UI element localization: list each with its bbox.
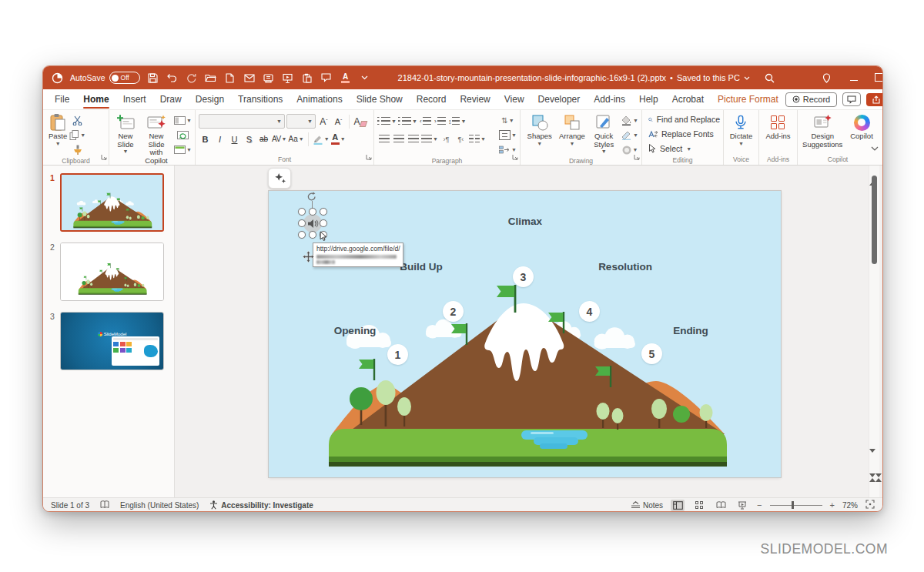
minimize-button[interactable] — [850, 73, 858, 82]
design-suggestions-button[interactable]: Design Suggestions — [800, 112, 845, 155]
autosave-switch[interactable]: Off — [109, 72, 140, 84]
tab-add-ins[interactable]: Add-ins — [587, 91, 632, 108]
selection-handle-s[interactable] — [309, 231, 316, 239]
presence-pin-icon[interactable] — [821, 72, 833, 84]
qat-more-icon[interactable] — [359, 72, 371, 84]
collapse-ribbon-icon[interactable] — [871, 140, 879, 154]
saved-status[interactable]: Saved to this PC — [677, 73, 740, 82]
slide-counter[interactable]: Slide 1 of 3 — [51, 501, 89, 510]
font-color-button[interactable]: A▼ — [331, 132, 346, 146]
slide-sorter-button[interactable] — [692, 500, 706, 511]
format-painter-button[interactable] — [69, 143, 85, 156]
fit-slide-button[interactable] — [865, 500, 875, 510]
font-name-select[interactable]: ▼ — [199, 114, 285, 129]
selection-handle-w[interactable] — [298, 219, 306, 227]
align-left-button[interactable] — [377, 132, 390, 146]
maximize-button[interactable] — [875, 73, 883, 83]
shape-fill-button[interactable]: ▼ — [621, 114, 638, 127]
font-dialog-launcher[interactable] — [366, 149, 372, 163]
comment-icon[interactable] — [320, 72, 333, 84]
zoom-level[interactable]: 72% — [842, 501, 858, 510]
bullets-button[interactable]: ▼ — [377, 115, 397, 128]
normal-view-button[interactable] — [671, 500, 685, 511]
italic-button[interactable]: I — [213, 132, 226, 146]
tab-picture-format[interactable]: Picture Format — [711, 91, 785, 108]
dictate-button[interactable]: Dictate▼ — [728, 112, 755, 155]
addins-button[interactable]: Add-ins — [763, 112, 792, 155]
search-icon[interactable] — [764, 72, 776, 84]
cut-button[interactable] — [69, 114, 85, 127]
underline-button[interactable]: U — [228, 132, 241, 146]
font-color-icon[interactable]: A — [340, 72, 352, 84]
slide-thumbnail-3[interactable]: SlideModel — [60, 312, 164, 370]
tab-home[interactable]: Home — [76, 91, 116, 108]
align-center-button[interactable] — [392, 132, 405, 146]
line-spacing-button[interactable]: ↕▼ — [448, 115, 466, 128]
slide-canvas[interactable]: Opening Build Up Climax Resolution Endin… — [269, 191, 781, 477]
zoom-in-button[interactable]: + — [830, 501, 835, 510]
slide-thumbnail-2[interactable] — [60, 243, 164, 301]
change-case-button[interactable]: Aa▼ — [289, 132, 304, 146]
new-slide-with-copilot-button[interactable]: New Slide with Copilot — [139, 112, 174, 166]
selection-handle-e[interactable] — [320, 219, 327, 227]
reading-view-button[interactable] — [714, 500, 728, 511]
strikethrough-button[interactable]: ab — [257, 132, 270, 146]
zoom-out-button[interactable]: − — [757, 501, 762, 510]
redo-icon[interactable] — [186, 72, 198, 84]
shapes-button[interactable]: Shapes▼ — [524, 112, 555, 156]
layout-button[interactable]: ▼ — [174, 114, 192, 127]
zoom-slider[interactable] — [770, 505, 822, 506]
presenter-icon[interactable] — [282, 72, 294, 84]
tab-design[interactable]: Design — [189, 91, 231, 108]
decrease-indent-button[interactable]: ‹ — [419, 115, 432, 128]
next-slide-icon[interactable] — [869, 477, 879, 491]
drawing-dialog-launcher[interactable] — [634, 149, 640, 163]
paste-small-icon[interactable] — [301, 72, 313, 84]
align-text-button[interactable]: ▼ — [499, 129, 517, 142]
comments-button[interactable] — [842, 92, 861, 106]
tab-file[interactable]: File — [48, 91, 76, 108]
clipboard-dialog-launcher[interactable] — [101, 149, 107, 163]
bold-button[interactable]: B — [199, 132, 212, 146]
tab-transitions[interactable]: Transitions — [231, 91, 290, 108]
select-button[interactable]: Select▼ — [648, 142, 720, 156]
notes-button[interactable]: Notes — [631, 501, 663, 510]
powerpoint-logo-icon[interactable] — [51, 72, 63, 84]
selection-handle-nw[interactable] — [298, 208, 306, 216]
tab-animations[interactable]: Animations — [290, 91, 349, 108]
tab-slide-show[interactable]: Slide Show — [350, 91, 410, 108]
share-button[interactable]: Share▼ — [866, 93, 883, 106]
tab-review[interactable]: Review — [453, 91, 497, 108]
paste-button[interactable]: Paste▼ — [46, 112, 69, 156]
shape-outline-button[interactable]: ▼ — [621, 129, 638, 142]
grow-font-button[interactable]: Aˆ — [317, 115, 330, 128]
record-button[interactable]: Record — [785, 92, 837, 107]
tab-view[interactable]: View — [497, 91, 531, 108]
tab-draw[interactable]: Draw — [153, 91, 189, 108]
accessibility-status[interactable]: Accessibility: Investigate — [209, 500, 313, 510]
columns-button[interactable]: ▼ — [469, 132, 486, 146]
slideshow-button[interactable] — [735, 500, 749, 511]
character-spacing-button[interactable]: AV▼ — [272, 132, 287, 146]
open-folder-icon[interactable] — [205, 72, 217, 84]
slide-thumbnail-1[interactable] — [60, 173, 164, 232]
tab-insert[interactable]: Insert — [116, 91, 153, 108]
autosave-toggle[interactable]: AutoSave Off — [70, 72, 140, 84]
new-slide-button[interactable]: New Slide▼ — [112, 112, 139, 166]
section-button[interactable]: ▼ — [174, 143, 192, 156]
ltr-button[interactable]: ›¶ — [440, 132, 453, 146]
spellcheck-icon[interactable] — [100, 500, 109, 510]
find-replace-button[interactable]: Find and Replace — [648, 112, 720, 126]
text-direction-button[interactable]: ⇅▼ — [499, 114, 517, 127]
shrink-font-button[interactable]: Aˇ — [332, 115, 345, 128]
vertical-scrollbar[interactable] — [869, 166, 879, 497]
rtl-button[interactable]: ¶‹ — [454, 132, 467, 146]
justify-button[interactable]: ▼ — [421, 132, 438, 146]
paragraph-dialog-launcher[interactable] — [512, 149, 518, 163]
align-right-button[interactable] — [407, 132, 420, 146]
increase-indent-button[interactable]: › — [434, 115, 447, 128]
selection-handle-ne[interactable] — [320, 208, 327, 216]
new-document-icon[interactable] — [224, 72, 236, 84]
arrange-button[interactable]: Arrange▼ — [555, 112, 588, 156]
copy-button[interactable]: ▼ — [69, 129, 85, 142]
